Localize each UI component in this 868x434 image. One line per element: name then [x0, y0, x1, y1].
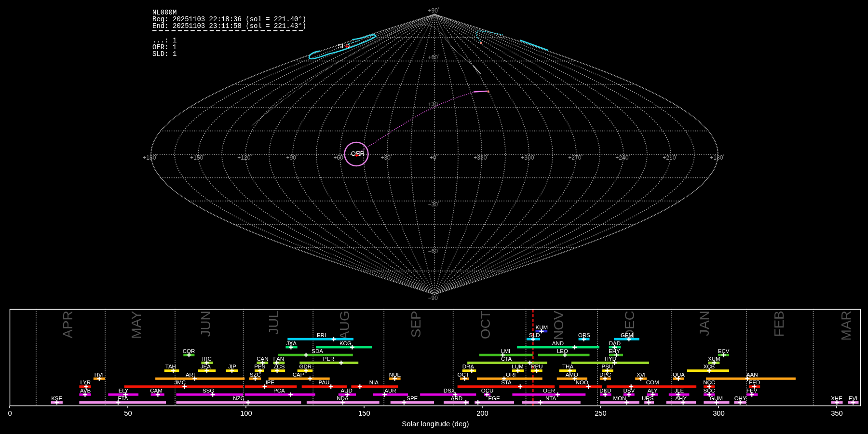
svg-text:ECV: ECV	[718, 348, 730, 354]
svg-text:DSV: DSV	[624, 388, 635, 393]
svg-text:HYD: HYD	[605, 356, 616, 362]
svg-text:FED: FED	[749, 380, 760, 385]
svg-text:SZC: SZC	[250, 372, 261, 378]
svg-text:NTA: NTA	[545, 395, 556, 401]
svg-text:JUN: JUN	[198, 311, 213, 337]
svg-text:LMI: LMI	[501, 348, 510, 354]
svg-text:+210°: +210°	[663, 154, 677, 161]
svg-text:GEM: GEM	[621, 332, 633, 338]
svg-text:+120°: +120°	[237, 154, 252, 161]
svg-text:+90°: +90°	[428, 7, 440, 14]
svg-text:IPE: IPE	[266, 380, 275, 385]
svg-text:EHY: EHY	[609, 348, 620, 354]
svg-text:JUL: JUL	[266, 311, 281, 335]
svg-text:300: 300	[713, 409, 725, 417]
svg-text:MAR: MAR	[839, 311, 854, 340]
svg-text:DRA: DRA	[462, 364, 475, 369]
svg-text:0: 0	[8, 409, 12, 417]
svg-text:AMO: AMO	[566, 372, 578, 378]
svg-text:ALY: ALY	[648, 388, 658, 393]
svg-text:CQR: CQR	[183, 348, 195, 354]
svg-text:GUM: GUM	[710, 395, 723, 401]
svg-text:50: 50	[124, 409, 132, 417]
svg-text:PPS: PPS	[254, 364, 265, 369]
svg-text:JXA: JXA	[286, 340, 297, 346]
svg-text:NOO: NOO	[576, 380, 588, 385]
svg-text:OCT: OCT	[478, 311, 493, 339]
svg-text:GDR: GDR	[299, 364, 312, 369]
svg-text:OER: OER	[351, 150, 365, 157]
svg-text:PAU: PAU	[319, 380, 330, 385]
svg-text:JLE: JLE	[674, 388, 684, 393]
svg-text:+60°: +60°	[428, 54, 440, 61]
svg-text:AHY: AHY	[675, 395, 687, 401]
svg-text:OCT: OCT	[458, 372, 469, 378]
svg-text:+90°: +90°	[286, 154, 298, 161]
svg-text:+180°: +180°	[710, 154, 724, 161]
svg-text:THA: THA	[562, 364, 573, 369]
svg-text:AUD: AUD	[340, 388, 352, 393]
svg-text:AND: AND	[552, 340, 564, 346]
svg-text:FAN: FAN	[273, 356, 284, 362]
svg-text:CAN: CAN	[257, 356, 268, 362]
svg-text:SDA: SDA	[312, 348, 323, 354]
svg-text:STA: STA	[501, 380, 512, 385]
svg-text:LYR: LYR	[80, 380, 91, 385]
svg-text:End: 20251103 23:11:58 (sol =: End: 20251103 23:11:58 (sol = 221.43°)	[152, 22, 306, 30]
svg-text:OER: OER	[543, 388, 555, 393]
svg-text:PCA: PCA	[273, 388, 285, 393]
svg-text:NIA: NIA	[369, 380, 379, 385]
svg-text:PSU: PSU	[601, 364, 613, 369]
svg-text:DAD: DAD	[609, 340, 621, 346]
svg-text:+60°: +60°	[334, 154, 345, 161]
svg-text:350: 350	[831, 409, 843, 417]
svg-text:ARI: ARI	[186, 372, 195, 378]
svg-text:NZC: NZC	[233, 395, 244, 401]
svg-text:+270°: +270°	[568, 154, 583, 161]
svg-text:+180°: +180°	[143, 154, 157, 161]
svg-text:URS: URS	[642, 395, 654, 401]
svg-text:AAN: AAN	[746, 372, 758, 378]
svg-text:OCU: OCU	[481, 388, 494, 393]
svg-text:−90°: −90°	[428, 294, 440, 301]
svg-text:FEB: FEB	[772, 311, 787, 337]
svg-text:DSX: DSX	[444, 388, 455, 393]
svg-text:EVI: EVI	[849, 395, 858, 401]
svg-text:NOV: NOV	[551, 311, 566, 340]
svg-text:JIP: JIP	[228, 364, 236, 369]
svg-text:NCC: NCC	[703, 380, 715, 385]
svg-text:ERI: ERI	[317, 332, 326, 338]
svg-text:HVI: HVI	[95, 372, 104, 378]
svg-text:XCB: XCB	[703, 364, 715, 369]
svg-text:LEO: LEO	[557, 348, 568, 354]
svg-text:PER: PER	[323, 356, 335, 362]
svg-text:XHE: XHE	[831, 395, 842, 401]
svg-text:OHY: OHY	[734, 395, 746, 401]
svg-text:KCG: KCG	[339, 340, 352, 346]
svg-text:XVI: XVI	[637, 372, 646, 378]
svg-text:ORI: ORI	[506, 372, 515, 378]
svg-text:AUG: AUG	[337, 311, 352, 340]
svg-text:SCC: SCC	[703, 388, 715, 393]
svg-text:CAP: CAP	[293, 372, 304, 378]
svg-text:RPU: RPU	[531, 364, 542, 369]
svg-text:ZCS: ZCS	[273, 364, 285, 369]
svg-text:IRC: IRC	[202, 356, 212, 362]
svg-text:DKD: DKD	[599, 388, 611, 393]
svg-text:AUR: AUR	[384, 388, 396, 393]
svg-text:TAH: TAH	[165, 364, 176, 369]
svg-text:150: 150	[358, 409, 370, 417]
svg-text:+30°: +30°	[428, 100, 440, 108]
svg-text:+30°: +30°	[381, 154, 393, 161]
svg-text:ORS: ORS	[578, 332, 590, 338]
svg-text:COM: COM	[646, 380, 659, 385]
svg-text:−30°: −30°	[428, 201, 440, 208]
svg-text:CAM: CAM	[150, 388, 163, 393]
svg-text:DPC: DPC	[599, 372, 611, 378]
svg-text:NDA: NDA	[337, 395, 349, 401]
svg-text:JMC: JMC	[174, 380, 186, 385]
svg-text:CTA: CTA	[501, 356, 512, 362]
svg-text:200: 200	[476, 409, 488, 417]
svg-text:XUM: XUM	[708, 356, 720, 362]
svg-text:−60°: −60°	[428, 247, 440, 255]
